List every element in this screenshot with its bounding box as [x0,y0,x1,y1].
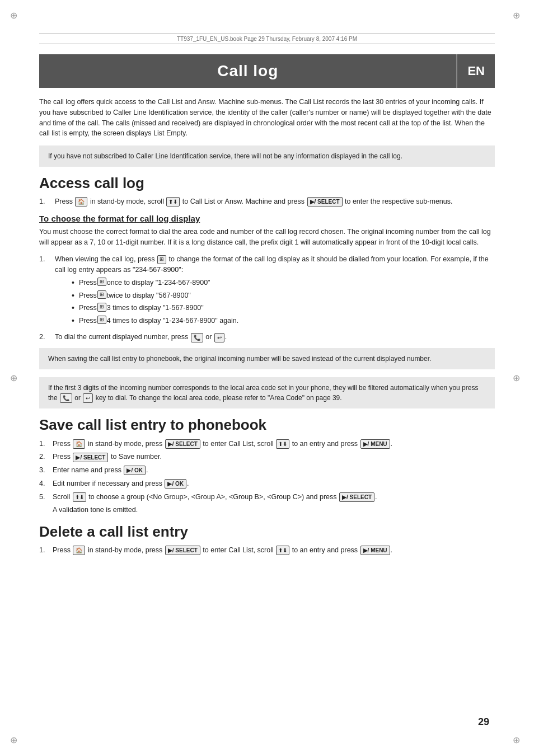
info-box-1: If you have not subscribed to Caller Lin… [39,145,495,167]
format-bullets: Press ⊞ once to display "1-234-567-8900"… [55,278,495,326]
save-ok-btn-1: ▶/ OK [124,466,146,475]
filter-icon-2: ↩ [83,393,93,403]
reg-mark-bl [10,735,21,746]
save-step-1: 1. Press 🏠 in stand-by mode, press ▶/ SE… [39,439,495,449]
save-step-5: 5. Scroll ⬆⬇ to choose a group (<No Grou… [39,492,495,503]
bullet-3: Press ⊞ 3 times to display "1-567-8900" [72,303,495,314]
info-box-3: If the first 3 digits of the incoming nu… [39,377,495,408]
reg-mark-ml [10,373,21,384]
save-select-btn-3: ▶/ SELECT [339,492,374,502]
scroll-icon-1: ⬆⬇ [166,197,180,206]
save-select-btn-2: ▶/ SELECT [73,453,108,462]
reg-mark-tr [513,10,524,21]
save-select-btn: ▶/ SELECT [165,439,200,449]
format-step-1: 1. When viewing the call log, press ⊞ to… [39,254,495,328]
save-scroll-icon-2: ⬆⬇ [73,492,86,502]
bullet-4: Press ⊞ 4 times to display "1-234-567-89… [72,316,495,327]
page-title: Call log [39,54,456,88]
dial-icon-2: ↩ [214,333,224,342]
save-ok-btn-2: ▶/ OK [165,479,186,489]
select-btn-1: ▶/ SELECT [307,197,343,206]
delete-scroll-icon: ⬆⬇ [276,546,289,555]
save-step-2: 2. Press ▶/ SELECT to Save number. [39,452,495,462]
save-steps-list: 1. Press 🏠 in stand-by mode, press ▶/ SE… [39,439,495,516]
info-box-2: When saving the call list entry to phone… [39,348,495,369]
lang-badge: EN [456,54,495,88]
bullet-1: Press ⊞ once to display "1-234-567-8900" [72,278,495,289]
access-steps-list: 1. Press 🏠 in stand-by mode, scroll ⬆⬇ t… [39,196,495,207]
save-scroll-icon: ⬆⬇ [276,439,289,449]
dial-icon-1: 📞 [191,333,203,342]
file-info: TT937_1FU_EN_US.book Page 29 Thursday, F… [39,34,495,44]
page-container: TT937_1FU_EN_US.book Page 29 Thursday, F… [0,0,534,756]
bullet-2: Press ⊞ twice to display "567-8900" [72,290,495,302]
format-icon-b3: ⊞ [97,303,106,312]
reg-mark-tl [10,10,21,21]
save-handset-icon: 🏠 [73,439,85,449]
delete-steps-list: 1. Press 🏠 in stand-by mode, press ▶/ SE… [39,545,495,556]
page-number: 29 [478,716,489,728]
sub-heading-format: To choose the format for call log displa… [39,214,495,223]
save-step-note: A validation tone is emitted. [39,505,495,515]
reg-mark-mr [513,373,524,384]
intro-text: The call log offers quick access to the … [39,97,495,139]
format-step-2: 2. To dial the current displayed number,… [39,332,495,342]
section-access-heading: Access call log [39,175,495,192]
delete-handset-icon: 🏠 [73,546,85,555]
section-delete-heading: Delete a call list entry [39,523,495,541]
handset-icon-1: 🏠 [75,197,87,206]
save-menu-btn: ▶/ MENU [360,439,390,449]
delete-select-btn: ▶/ SELECT [165,546,200,555]
delete-menu-btn: ▶/ MENU [360,546,390,555]
save-step-3: 3. Enter name and press ▶/ OK. [39,465,495,476]
filter-icon-1: 📞 [60,393,72,403]
format-icon-b2: ⊞ [97,290,106,299]
reg-mark-br [513,735,524,746]
access-step-1: 1. Press 🏠 in stand-by mode, scroll ⬆⬇ t… [39,196,495,207]
save-step-4: 4. Edit number if necessary and press ▶/… [39,478,495,489]
section-save-heading: Save call list entry to phonebook [39,416,495,434]
sub-intro-text: You must choose the correct format to di… [39,227,495,248]
title-bar: Call log EN [39,54,495,88]
delete-step-1: 1. Press 🏠 in stand-by mode, press ▶/ SE… [39,545,495,556]
format-icon-b4: ⊞ [97,316,106,325]
format-icon-1: ⊞ [157,255,166,264]
format-steps-list: 1. When viewing the call log, press ⊞ to… [39,254,495,342]
format-icon-b1: ⊞ [97,278,106,287]
